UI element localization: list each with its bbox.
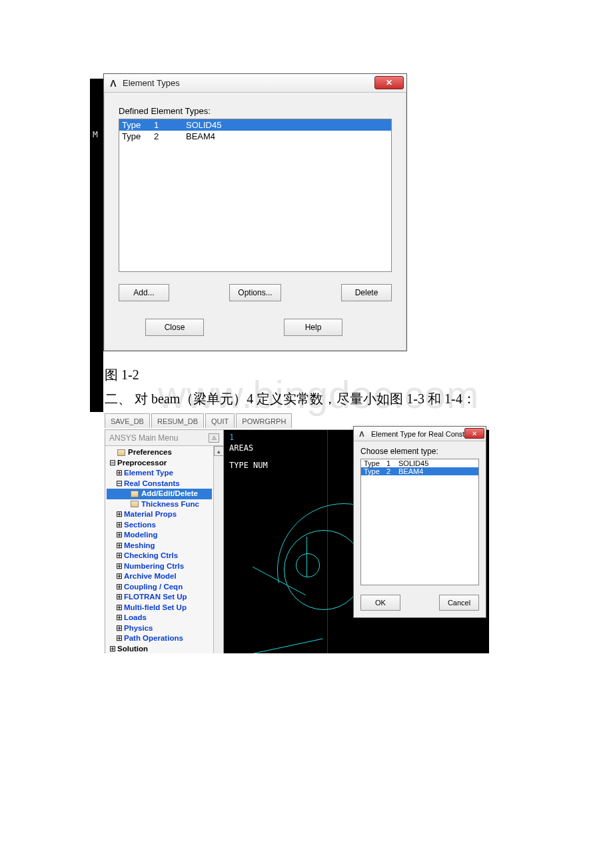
close-button[interactable]: Close [145, 319, 204, 336]
menu-item[interactable]: ⊞Loads [107, 613, 212, 623]
tree-toggle-icon[interactable]: ⊞ [116, 468, 123, 479]
menu-item-label: Multi-field Set Up [124, 603, 187, 613]
add-button[interactable]: Add... [119, 284, 169, 301]
menu-item-label: Preferences [128, 447, 172, 458]
scroll-up-icon[interactable]: ▴ [214, 446, 224, 456]
wireframe-arc [284, 530, 364, 610]
menu-item[interactable]: ⊞Meshing [107, 541, 212, 551]
menu-item[interactable]: ⊞Physics [107, 623, 212, 634]
row-col-type: Type [122, 120, 154, 130]
menu-item-label: Preprocessor [117, 458, 167, 469]
menu-item[interactable]: Preferences [107, 447, 212, 458]
toolbar-resum-db[interactable]: RESUM_DB [151, 413, 204, 428]
tree-toggle-icon[interactable]: ⊟ [116, 479, 123, 489]
menu-item[interactable]: ⊞Path Operations [107, 633, 212, 644]
menu-item[interactable]: ⊟Real Constants [107, 479, 212, 489]
menu-item[interactable]: ⊞Archive Model [107, 571, 212, 582]
help-button[interactable]: Help [284, 319, 342, 336]
options-button[interactable]: Options... [229, 284, 281, 301]
tree-toggle-icon[interactable]: ⊞ [116, 633, 123, 644]
wireframe-line [306, 537, 307, 577]
element-type-row[interactable]: Type 2 BEAM4 [119, 131, 391, 142]
tree-toggle-icon[interactable]: ⊞ [116, 623, 123, 634]
choose-type-listbox[interactable]: Type 1 SOLID45 Type 2 BEAM4 [360, 459, 479, 585]
menu-item-label: Meshing [124, 541, 155, 551]
lambda-icon: Λ [356, 429, 367, 439]
row-col-num: 1 [154, 120, 186, 130]
menu-item[interactable]: ⊞Checking Ctrls [107, 551, 212, 561]
cancel-button[interactable]: Cancel [439, 595, 479, 611]
row-col-num: 2 [154, 131, 186, 141]
tree-toggle-icon[interactable]: ⊞ [116, 530, 123, 541]
menu-item[interactable]: ⊞Material Props [107, 509, 212, 520]
menu-item-label: Thickness Func [141, 499, 199, 510]
menu-item-label: Loads [124, 613, 147, 623]
mini-titlebar: Λ Element Type for Real Consta... ✕ [354, 427, 486, 441]
menu-item-label: Add/Edit/Delete [141, 489, 198, 499]
main-menu-tree[interactable]: Preferences⊟Preprocessor⊞Element Type⊟Re… [105, 446, 213, 653]
tree-toggle-icon[interactable]: ⊞ [116, 541, 123, 551]
type-row[interactable]: Type 1 SOLID45 [361, 459, 478, 467]
menu-item-label: Checking Ctrls [124, 551, 178, 561]
app-window: ANSYS Main Menu ⩓ Preferences⊟Preprocess… [105, 429, 488, 653]
wireframe-arc [296, 553, 320, 577]
tree-toggle-icon[interactable]: ⊞ [116, 571, 123, 582]
titlebar: Λ Element Types ✕ [104, 74, 406, 93]
tree-toggle-icon[interactable]: ⊟ [109, 458, 116, 469]
lambda-icon: Λ [108, 78, 119, 89]
graphics-viewport[interactable]: 1 AREAS TYPE NUM [224, 430, 328, 653]
tree-toggle-icon[interactable]: ⊞ [116, 561, 123, 572]
menu-item[interactable]: ⊞Sections [107, 520, 212, 531]
delete-button[interactable]: Delete [341, 284, 392, 301]
menu-item[interactable]: ⊞Solution [107, 644, 212, 653]
menu-item[interactable]: ⊞FLOTRAN Set Up [107, 592, 212, 603]
menu-item[interactable]: ⊞Modeling [107, 530, 212, 541]
menu-item-label: Sections [124, 520, 156, 531]
main-menu-title: ANSYS Main Menu [109, 433, 178, 443]
window-close-button[interactable]: ✕ [374, 76, 404, 89]
collapse-icon[interactable]: ⩓ [209, 433, 219, 443]
tree-toggle-icon[interactable]: ⊞ [116, 603, 123, 613]
menu-item[interactable]: ⊞Coupling / Ceqn [107, 582, 212, 593]
figure-caption: 图 1-2 [105, 366, 613, 384]
mini-close-button[interactable]: ✕ [464, 428, 484, 439]
wireframe-line [245, 639, 323, 653]
type-row[interactable]: Type 2 BEAM4 [361, 467, 478, 475]
toolbar-save-db[interactable]: SAVE_DB [105, 413, 150, 428]
viewport-type-label: TYPE NUM [229, 461, 268, 470]
tree-toggle-icon[interactable]: ⊞ [109, 644, 116, 653]
menu-item[interactable]: ⊞Multi-field Set Up [107, 603, 212, 613]
ok-button[interactable]: OK [360, 595, 400, 611]
close-icon: ✕ [386, 78, 392, 87]
viewport-number: 1 [229, 433, 234, 442]
element-types-listbox[interactable]: Type 1 SOLID45 Type 2 BEAM4 [119, 119, 392, 272]
tree-toggle-icon[interactable]: ⊞ [116, 613, 123, 623]
menu-item-label: Modeling [124, 530, 157, 541]
menu-item-icon [131, 501, 139, 507]
toolbar-powrgrph[interactable]: POWRGRPH [236, 413, 292, 428]
mini-window-title: Element Type for Real Consta... [371, 430, 475, 438]
menu-item[interactable]: ⊞Element Type [107, 468, 212, 479]
tree-toggle-icon[interactable]: ⊞ [116, 520, 123, 531]
menu-item-icon [117, 449, 125, 456]
background-black-left [90, 79, 103, 412]
tree-toggle-icon[interactable]: ⊞ [116, 582, 123, 593]
menu-item[interactable]: ⊞Numbering Ctrls [107, 561, 212, 572]
menu-item-label: Physics [124, 623, 153, 634]
row-col-type: Type [122, 131, 154, 141]
tree-toggle-icon[interactable]: ⊞ [116, 592, 123, 603]
menu-item-icon [131, 491, 139, 497]
menu-item[interactable]: Add/Edit/Delete [107, 489, 212, 499]
menu-item-label: FLOTRAN Set Up [124, 592, 187, 603]
section-heading: 二、 对 beam（梁单元）4 定义实常数，尽量小如图 1-3 和 1-4： [105, 389, 613, 408]
background-letter: M [93, 129, 98, 139]
menu-item[interactable]: Thickness Func [107, 499, 212, 510]
main-menu-panel: ANSYS Main Menu ⩓ Preferences⊟Preprocess… [105, 430, 224, 653]
toolbar-quit[interactable]: QUIT [205, 413, 235, 428]
menu-item[interactable]: ⊟Preprocessor [107, 458, 212, 469]
element-type-row[interactable]: Type 1 SOLID45 [119, 119, 391, 131]
choose-type-label: Choose element type: [360, 447, 479, 456]
tree-toggle-icon[interactable]: ⊞ [116, 509, 123, 520]
tree-toggle-icon[interactable]: ⊞ [116, 551, 123, 561]
defined-types-label: Defined Element Types: [119, 106, 392, 116]
